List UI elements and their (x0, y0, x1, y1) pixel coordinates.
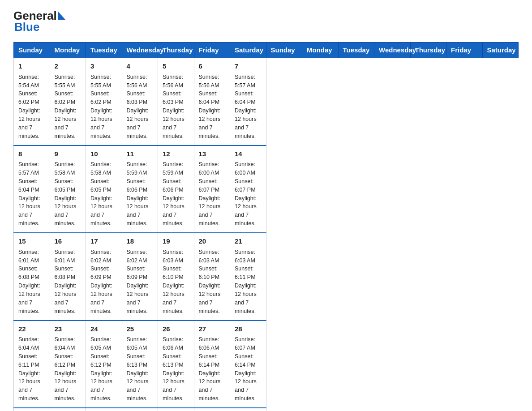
page-header: General Blue (13, 9, 519, 34)
day-number: 28 (235, 324, 262, 334)
day-number: 22 (18, 324, 45, 334)
day-number: 6 (199, 61, 226, 71)
header-tuesday: Tuesday (86, 43, 122, 58)
day-number: 15 (18, 236, 45, 246)
day-number: 9 (55, 149, 82, 159)
calendar-cell: 12Sunrise: 5:59 AMSunset: 6:06 PMDayligh… (158, 146, 194, 233)
header-friday: Friday (194, 43, 230, 58)
weekday-header-saturday: Saturday (482, 43, 519, 58)
day-number: 16 (55, 236, 82, 246)
day-number: 19 (163, 236, 189, 246)
logo: General Blue (13, 9, 65, 34)
calendar-week-3: 15Sunrise: 6:01 AMSunset: 6:08 PMDayligh… (14, 233, 519, 321)
calendar-cell: 6Sunrise: 5:56 AMSunset: 6:04 PMDaylight… (194, 58, 230, 146)
day-sunrise: Sunrise: 5:59 AMSunset: 6:06 PMDaylight:… (163, 161, 184, 227)
day-number: 8 (18, 149, 45, 159)
day-sunrise: Sunrise: 6:02 AMSunset: 6:09 PMDaylight:… (127, 249, 149, 314)
calendar-cell: 28Sunrise: 6:07 AMSunset: 6:14 PMDayligh… (230, 321, 266, 408)
day-sunrise: Sunrise: 6:03 AMSunset: 6:10 PMDaylight:… (163, 249, 184, 314)
calendar-cell: 23Sunrise: 6:04 AMSunset: 6:12 PMDayligh… (50, 321, 86, 408)
day-sunrise: Sunrise: 5:54 AMSunset: 6:02 PMDaylight:… (18, 74, 40, 139)
day-sunrise: Sunrise: 5:57 AMSunset: 6:04 PMDaylight:… (18, 161, 40, 227)
header-monday: Monday (50, 43, 86, 58)
day-sunrise: Sunrise: 5:59 AMSunset: 6:06 PMDaylight:… (127, 161, 149, 227)
day-number: 12 (163, 149, 189, 159)
calendar-cell: 22Sunrise: 6:04 AMSunset: 6:11 PMDayligh… (14, 321, 50, 408)
day-number: 20 (199, 236, 226, 246)
day-sunrise: Sunrise: 6:07 AMSunset: 6:14 PMDaylight:… (235, 336, 257, 402)
day-number: 14 (235, 149, 262, 159)
day-number: 25 (127, 324, 154, 334)
calendar-cell: 9Sunrise: 5:58 AMSunset: 6:05 PMDaylight… (50, 146, 86, 233)
day-number: 13 (199, 149, 226, 159)
calendar-cell: 15Sunrise: 6:01 AMSunset: 6:08 PMDayligh… (14, 233, 50, 321)
day-sunrise: Sunrise: 6:04 AMSunset: 6:12 PMDaylight:… (55, 336, 77, 402)
calendar-header-row: SundayMondayTuesdayWednesdayThursdayFrid… (14, 43, 519, 58)
calendar-cell: 3Sunrise: 5:55 AMSunset: 6:02 PMDaylight… (86, 58, 122, 146)
day-sunrise: Sunrise: 6:04 AMSunset: 6:11 PMDaylight:… (18, 336, 40, 402)
calendar-cell: 29Sunrise: 6:07 AMSunset: 6:15 PMDayligh… (14, 408, 50, 411)
day-number: 26 (163, 324, 189, 334)
calendar-cell: 24Sunrise: 6:05 AMSunset: 6:12 PMDayligh… (86, 321, 122, 408)
weekday-header-wednesday: Wednesday (374, 43, 411, 58)
calendar-cell: 2Sunrise: 5:55 AMSunset: 6:02 PMDaylight… (50, 58, 86, 146)
day-number: 17 (90, 236, 117, 246)
calendar-week-1: 1Sunrise: 5:54 AMSunset: 6:02 PMDaylight… (14, 58, 519, 146)
calendar-cell: 14Sunrise: 6:00 AMSunset: 6:07 PMDayligh… (230, 146, 266, 233)
day-number: 18 (127, 236, 154, 246)
day-number: 11 (127, 149, 154, 159)
day-number: 23 (55, 324, 82, 334)
calendar-cell: 17Sunrise: 6:02 AMSunset: 6:09 PMDayligh… (86, 233, 122, 321)
day-sunrise: Sunrise: 6:05 AMSunset: 6:12 PMDaylight:… (90, 336, 112, 402)
calendar-cell (158, 408, 194, 411)
day-number: 10 (90, 149, 117, 159)
calendar-week-2: 8Sunrise: 5:57 AMSunset: 6:04 PMDaylight… (14, 146, 519, 233)
weekday-header-monday: Monday (302, 43, 339, 58)
calendar-cell: 18Sunrise: 6:02 AMSunset: 6:09 PMDayligh… (122, 233, 158, 321)
day-sunrise: Sunrise: 5:56 AMSunset: 6:04 PMDaylight:… (199, 74, 221, 139)
weekday-header-tuesday: Tuesday (338, 43, 374, 58)
day-number: 27 (199, 324, 226, 334)
calendar-cell: 31Sunrise: 6:08 AMSunset: 6:16 PMDayligh… (86, 408, 122, 411)
day-sunrise: Sunrise: 5:56 AMSunset: 6:03 PMDaylight:… (163, 74, 184, 139)
day-sunrise: Sunrise: 6:06 AMSunset: 6:13 PMDaylight:… (163, 336, 184, 402)
day-number: 2 (55, 61, 82, 71)
day-sunrise: Sunrise: 6:01 AMSunset: 6:08 PMDaylight:… (18, 249, 40, 314)
calendar-cell (230, 408, 266, 411)
calendar-cell: 11Sunrise: 5:59 AMSunset: 6:06 PMDayligh… (122, 146, 158, 233)
calendar-cell (122, 408, 158, 411)
day-number: 3 (90, 61, 117, 71)
calendar-cell: 20Sunrise: 6:03 AMSunset: 6:10 PMDayligh… (194, 233, 230, 321)
calendar-cell: 16Sunrise: 6:01 AMSunset: 6:08 PMDayligh… (50, 233, 86, 321)
day-sunrise: Sunrise: 5:55 AMSunset: 6:02 PMDaylight:… (90, 74, 112, 139)
calendar-table: SundayMondayTuesdayWednesdayThursdayFrid… (13, 42, 519, 411)
day-sunrise: Sunrise: 6:02 AMSunset: 6:09 PMDaylight:… (90, 249, 112, 314)
calendar-cell (194, 408, 230, 411)
weekday-header-friday: Friday (446, 43, 483, 58)
day-sunrise: Sunrise: 6:06 AMSunset: 6:14 PMDaylight:… (199, 336, 221, 402)
day-sunrise: Sunrise: 6:00 AMSunset: 6:07 PMDaylight:… (235, 161, 257, 227)
day-number: 4 (127, 61, 154, 71)
calendar-cell: 5Sunrise: 5:56 AMSunset: 6:03 PMDaylight… (158, 58, 194, 146)
header-wednesday: Wednesday (122, 43, 158, 58)
weekday-header-sunday: Sunday (266, 43, 302, 58)
calendar-cell: 8Sunrise: 5:57 AMSunset: 6:04 PMDaylight… (14, 146, 50, 233)
calendar-cell: 10Sunrise: 5:58 AMSunset: 6:05 PMDayligh… (86, 146, 122, 233)
calendar-cell: 27Sunrise: 6:06 AMSunset: 6:14 PMDayligh… (194, 321, 230, 408)
logo-blue-text: Blue (14, 20, 39, 34)
header-thursday: Thursday (158, 43, 194, 58)
day-sunrise: Sunrise: 5:55 AMSunset: 6:02 PMDaylight:… (55, 74, 77, 139)
calendar-cell: 30Sunrise: 6:08 AMSunset: 6:15 PMDayligh… (50, 408, 86, 411)
day-sunrise: Sunrise: 5:58 AMSunset: 6:05 PMDaylight:… (55, 161, 77, 227)
day-sunrise: Sunrise: 6:05 AMSunset: 6:13 PMDaylight:… (127, 336, 149, 402)
calendar-cell: 21Sunrise: 6:03 AMSunset: 6:11 PMDayligh… (230, 233, 266, 321)
day-sunrise: Sunrise: 6:01 AMSunset: 6:08 PMDaylight:… (55, 249, 77, 314)
day-number: 21 (235, 236, 262, 246)
header-saturday: Saturday (230, 43, 266, 58)
day-sunrise: Sunrise: 5:56 AMSunset: 6:03 PMDaylight:… (127, 74, 149, 139)
day-sunrise: Sunrise: 6:03 AMSunset: 6:10 PMDaylight:… (199, 249, 221, 314)
day-sunrise: Sunrise: 6:03 AMSunset: 6:11 PMDaylight:… (235, 249, 257, 314)
day-number: 1 (18, 61, 45, 71)
calendar-cell: 1Sunrise: 5:54 AMSunset: 6:02 PMDaylight… (14, 58, 50, 146)
calendar-cell: 25Sunrise: 6:05 AMSunset: 6:13 PMDayligh… (122, 321, 158, 408)
